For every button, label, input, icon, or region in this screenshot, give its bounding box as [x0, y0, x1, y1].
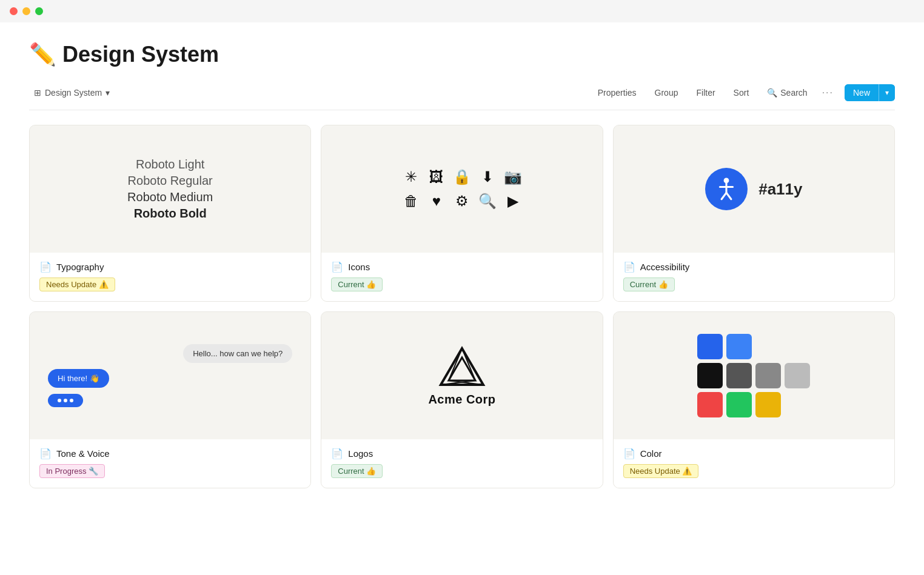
swatch-blue-dark	[697, 334, 723, 359]
card-info-tone: 📄 Tone & Voice In Progress 🔧	[30, 439, 310, 488]
icons-preview: ✳ 🖼 🔒 ⬇ 📷 🗑 ♥ ⚙ 🔍 ▶	[402, 168, 522, 210]
svg-line-4	[726, 193, 731, 199]
chat-response: Hi there! 👋	[48, 369, 109, 388]
card-preview-icons: ✳ 🖼 🔒 ⬇ 📷 🗑 ♥ ⚙ 🔍 ▶	[321, 125, 602, 253]
page-emoji: ✏️	[29, 42, 56, 67]
status-badge-color: Needs Update ⚠️	[623, 464, 699, 478]
card-typography[interactable]: Roboto Light Roboto Regular Roboto Mediu…	[29, 125, 311, 302]
page-content: ✏️ Design System ⊞ Design System ▾ Prope…	[0, 22, 924, 508]
card-preview-tone: Hello... how can we help? Hi there! 👋	[30, 312, 310, 439]
svg-marker-5	[441, 348, 483, 385]
status-badge-icons: Current 👍	[331, 278, 383, 291]
card-preview-accessibility: #a11y	[614, 125, 894, 253]
card-tone-voice[interactable]: Hello... how can we help? Hi there! 👋 📄 …	[29, 311, 311, 488]
search-label: Search	[780, 88, 807, 98]
tone-preview: Hello... how can we help? Hi there! 👋	[42, 344, 298, 407]
titlebar	[0, 0, 924, 22]
new-button-group: New ▾	[845, 84, 895, 101]
doc-icon-color: 📄	[623, 448, 635, 459]
icon-image: 🖼	[429, 168, 444, 185]
swatch-red	[697, 392, 723, 417]
swatch-mid-gray	[755, 363, 781, 388]
swatch-green	[726, 392, 752, 417]
chat-greeting: Hello... how can we help?	[183, 344, 292, 363]
card-title-row: 📄 Typography	[39, 261, 301, 273]
more-options-button[interactable]: ···	[822, 87, 834, 98]
card-preview-typography: Roboto Light Roboto Regular Roboto Mediu…	[30, 125, 310, 253]
sort-button[interactable]: Sort	[730, 85, 753, 100]
toolbar-left: ⊞ Design System ▾	[29, 85, 115, 100]
icon-lock: 🔒	[453, 168, 471, 185]
db-view-button[interactable]: ⊞ Design System ▾	[29, 85, 115, 100]
card-logos[interactable]: Acme Corp 📄 Logos Current 👍	[321, 311, 603, 488]
swatch-light-gray	[785, 363, 810, 388]
swatch-yellow	[755, 392, 781, 417]
status-badge-typography: Needs Update ⚠️	[39, 278, 115, 291]
icon-play: ▶	[507, 193, 518, 210]
icon-trash: 🗑	[404, 193, 418, 210]
typo-regular: Roboto Regular	[128, 174, 213, 188]
dot-3	[70, 399, 73, 402]
typography-preview: Roboto Light Roboto Regular Roboto Mediu…	[127, 158, 213, 221]
icon-search: 🔍	[478, 193, 497, 210]
doc-icon: 📄	[39, 261, 52, 273]
logo-preview: Acme Corp	[428, 345, 495, 407]
card-title: Typography	[56, 262, 104, 272]
card-title-row-logos: 📄 Logos	[331, 448, 592, 459]
icon-heart: ♥	[432, 193, 441, 210]
card-title-logos: Logos	[348, 448, 373, 459]
doc-icon-tone: 📄	[39, 448, 52, 459]
card-info-typography: 📄 Typography Needs Update ⚠️	[30, 253, 310, 301]
close-button[interactable]	[10, 7, 18, 15]
card-info-accessibility: 📄 Accessibility Current 👍	[614, 253, 894, 301]
card-title-row-tone: 📄 Tone & Voice	[39, 448, 301, 459]
card-title-icons: Icons	[348, 262, 370, 272]
maximize-button[interactable]	[35, 7, 43, 15]
card-title-row-accessibility: 📄 Accessibility	[623, 261, 885, 273]
group-button[interactable]: Group	[651, 85, 682, 100]
card-info-logos: 📄 Logos Current 👍	[321, 439, 602, 488]
new-button-arrow[interactable]: ▾	[879, 85, 895, 101]
icon-download: ⬇	[481, 168, 494, 185]
card-title-tone: Tone & Voice	[56, 448, 110, 459]
new-button-main[interactable]: New	[845, 84, 879, 101]
card-title-accessibility: Accessibility	[640, 262, 690, 272]
card-title-row-icons: 📄 Icons	[331, 261, 592, 273]
card-icons[interactable]: ✳ 🖼 🔒 ⬇ 📷 🗑 ♥ ⚙ 🔍 ▶ 📄 Icons Current	[321, 125, 603, 302]
grid-icon: ⊞	[34, 88, 41, 98]
card-title-color: Color	[640, 448, 662, 459]
swatch-black	[697, 363, 723, 388]
icon-gear: ⚙	[455, 193, 469, 210]
svg-line-3	[721, 193, 726, 199]
card-preview-logos: Acme Corp	[321, 312, 602, 439]
card-info-icons: 📄 Icons Current 👍	[321, 253, 602, 301]
toolbar-right: Properties Group Filter Sort 🔍 Search ··…	[594, 84, 895, 101]
chat-typing	[48, 394, 83, 407]
doc-icon-icons: 📄	[331, 261, 343, 273]
minimize-button[interactable]	[22, 7, 30, 15]
acme-logo-icon	[438, 345, 486, 388]
swatch-dark-gray	[726, 363, 752, 388]
status-badge-logos: Current 👍	[331, 464, 383, 478]
card-accessibility[interactable]: #a11y 📄 Accessibility Current 👍	[613, 125, 895, 302]
icon-camera: 📷	[504, 168, 522, 185]
search-icon: 🔍	[767, 88, 777, 98]
status-badge-accessibility: Current 👍	[623, 278, 675, 291]
a11y-person-icon	[713, 176, 740, 202]
card-info-color: 📄 Color Needs Update ⚠️	[614, 439, 894, 488]
color-swatches-grid	[697, 334, 810, 417]
status-badge-tone: In Progress 🔧	[39, 464, 105, 478]
doc-icon-accessibility: 📄	[623, 261, 635, 273]
cards-grid: Roboto Light Roboto Regular Roboto Mediu…	[29, 125, 895, 488]
filter-button[interactable]: Filter	[692, 85, 718, 100]
card-preview-color	[614, 312, 894, 439]
search-button[interactable]: 🔍 Search	[763, 85, 811, 100]
a11y-icon-circle	[705, 168, 748, 210]
svg-line-8	[462, 348, 475, 381]
a11y-preview: #a11y	[705, 168, 802, 210]
card-color[interactable]: 📄 Color Needs Update ⚠️	[613, 311, 895, 488]
page-header: ✏️ Design System	[29, 42, 895, 67]
typo-bold: Roboto Bold	[134, 207, 207, 221]
svg-line-7	[449, 348, 462, 381]
properties-button[interactable]: Properties	[594, 85, 640, 100]
